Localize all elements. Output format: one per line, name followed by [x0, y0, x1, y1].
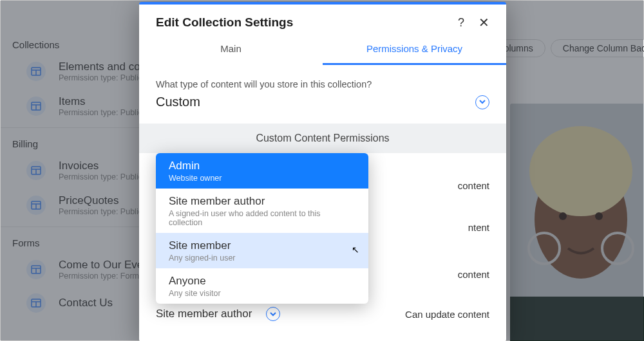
- option-sublabel: Any signed-in user: [169, 253, 355, 263]
- option-sublabel: Website owner: [169, 174, 355, 183]
- content-type-question: What type of content will you store in t…: [156, 79, 489, 89]
- content-type-value: Custom: [156, 95, 200, 109]
- content-type-dropdown-toggle[interactable]: [475, 95, 489, 109]
- edit-collection-settings-modal: Edit Collection Settings ? ✕ Main Permis…: [139, 2, 506, 341]
- dropdown-option-anyone[interactable]: Anyone Any site visitor: [156, 268, 368, 304]
- dropdown-option-site-member[interactable]: Site member Any signed-in user ↖: [156, 233, 368, 268]
- modal-title: Edit Collection Settings: [156, 15, 293, 30]
- permission-role-label: Site member author: [156, 308, 252, 320]
- tab-permissions-privacy[interactable]: Permissions & Privacy: [323, 35, 506, 65]
- role-dropdown[interactable]: Admin Website owner Site member author A…: [156, 153, 368, 304]
- tab-main[interactable]: Main: [139, 35, 323, 65]
- modal-close-icon[interactable]: ✕: [478, 15, 489, 30]
- chevron-down-icon: [270, 312, 276, 317]
- option-label: Site member author: [169, 195, 355, 208]
- option-sublabel: A signed-in user who added content to th…: [169, 209, 355, 227]
- permission-action: content: [458, 180, 489, 191]
- chevron-down-icon: [479, 100, 486, 104]
- dropdown-option-site-member-author[interactable]: Site member author A signed-in user who …: [156, 189, 368, 233]
- option-label: Admin: [169, 160, 355, 172]
- permission-action: content: [458, 269, 489, 280]
- permission-action: Can update content: [405, 309, 489, 320]
- modal-help-icon[interactable]: ?: [458, 16, 464, 30]
- custom-permissions-heading: Custom Content Permissions: [139, 124, 506, 153]
- option-label: Anyone: [169, 275, 355, 288]
- cursor-icon: ↖: [352, 244, 359, 255]
- role-dropdown-toggle[interactable]: [266, 307, 280, 321]
- option-label: Site member: [169, 239, 355, 252]
- permission-action: ntent: [468, 222, 489, 233]
- modal-tabs: Main Permissions & Privacy: [139, 35, 506, 65]
- dropdown-option-admin[interactable]: Admin Website owner: [156, 153, 368, 189]
- option-sublabel: Any site visitor: [169, 289, 355, 298]
